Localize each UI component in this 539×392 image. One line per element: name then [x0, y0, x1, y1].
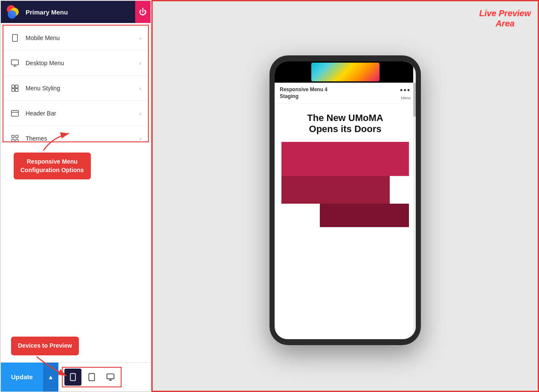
svg-rect-22 — [107, 374, 114, 379]
menu-styling-icon — [10, 84, 20, 93]
tablet-device-icon — [87, 373, 96, 381]
svg-rect-13 — [12, 139, 14, 142]
image-block-2 — [281, 176, 390, 204]
menu-styling-label: Menu Styling — [26, 85, 133, 92]
screen-gradient-image — [311, 63, 380, 81]
screen-site-header: Responsive Menu 4 Staging ••• Menu — [275, 83, 416, 104]
sidebar-bottom: Update ▲ — [1, 362, 151, 391]
config-callout: Responsive Menu Configuration Options — [14, 153, 91, 179]
desktop-preview-button[interactable] — [102, 369, 119, 386]
svg-rect-7 — [12, 89, 15, 92]
power-button[interactable]: ⏻ — [135, 1, 151, 23]
image-block-3 — [320, 204, 409, 227]
sidebar: Primary Menu ⏻ Mobile Menu › — [0, 0, 151, 392]
desktop-menu-chevron: › — [139, 60, 141, 66]
desktop-device-icon — [106, 373, 115, 381]
desktop-menu-label: Desktop Menu — [26, 60, 133, 66]
header-bar-label: Header Bar — [26, 110, 133, 117]
mobile-menu-label: Mobile Menu — [26, 35, 133, 41]
sidebar-item-menu-styling[interactable]: Menu Styling › — [3, 76, 148, 101]
screen-site-title: Responsive Menu 4 Staging — [280, 86, 327, 100]
live-preview-area: Live Preview Area Responsive Menu 4 Stag… — [151, 0, 539, 392]
header-bar-icon — [10, 109, 20, 118]
sidebar-header: Primary Menu ⏻ — [1, 1, 151, 23]
tablet-preview-button[interactable] — [83, 369, 100, 386]
mobile-menu-icon — [10, 33, 20, 43]
phone-mockup: Responsive Menu 4 Staging ••• Menu The N… — [270, 55, 421, 345]
svg-rect-12 — [16, 135, 18, 138]
config-callout-box: Responsive Menu Configuration Options — [14, 153, 91, 179]
power-icon: ⏻ — [139, 8, 147, 17]
hamburger-dots: ••• — [400, 86, 411, 95]
screen-content: The New UMoMA Opens its Doors — [275, 104, 416, 236]
live-preview-label: Live Preview Area — [479, 8, 531, 29]
screen-scrollbar[interactable] — [413, 61, 416, 339]
svg-rect-2 — [12, 60, 19, 65]
svg-rect-11 — [12, 135, 14, 138]
desktop-menu-icon — [10, 58, 20, 68]
menu-text-label: Menu — [401, 96, 411, 100]
devices-callout-box: Devices to Preview — [11, 337, 79, 355]
svg-rect-14 — [16, 139, 18, 142]
themes-icon — [10, 134, 20, 142]
screen-image-blocks — [281, 142, 409, 227]
phone-screen: Responsive Menu 4 Staging ••• Menu The N… — [275, 61, 416, 339]
svg-rect-0 — [12, 35, 17, 42]
mobile-menu-chevron: › — [139, 35, 141, 41]
sidebar-nav: Mobile Menu › Desktop Menu › — [3, 25, 149, 142]
devices-callout: Devices to Preview — [11, 337, 79, 355]
screen-menu-area: ••• Menu — [400, 86, 411, 100]
logo-icon — [7, 5, 20, 19]
screen-headline: The New UMoMA Opens its Doors — [281, 112, 409, 135]
scrollbar-thumb — [413, 83, 416, 117]
sidebar-item-mobile-menu[interactable]: Mobile Menu › — [3, 26, 148, 51]
sidebar-item-header-bar[interactable]: Header Bar › — [3, 101, 148, 126]
svg-rect-8 — [15, 89, 18, 92]
image-block-1 — [281, 142, 409, 176]
menu-styling-chevron: › — [139, 85, 141, 92]
config-arrow-icon — [39, 129, 78, 153]
svg-rect-6 — [15, 85, 18, 88]
themes-chevron: › — [139, 135, 141, 142]
screen-top-bar — [275, 61, 416, 83]
devices-arrow-icon — [32, 355, 75, 380]
sidebar-title: Primary Menu — [26, 9, 145, 16]
svg-rect-5 — [12, 85, 15, 88]
sidebar-item-desktop-menu[interactable]: Desktop Menu › — [3, 51, 148, 76]
header-bar-chevron: › — [139, 110, 141, 117]
svg-rect-9 — [12, 110, 19, 116]
